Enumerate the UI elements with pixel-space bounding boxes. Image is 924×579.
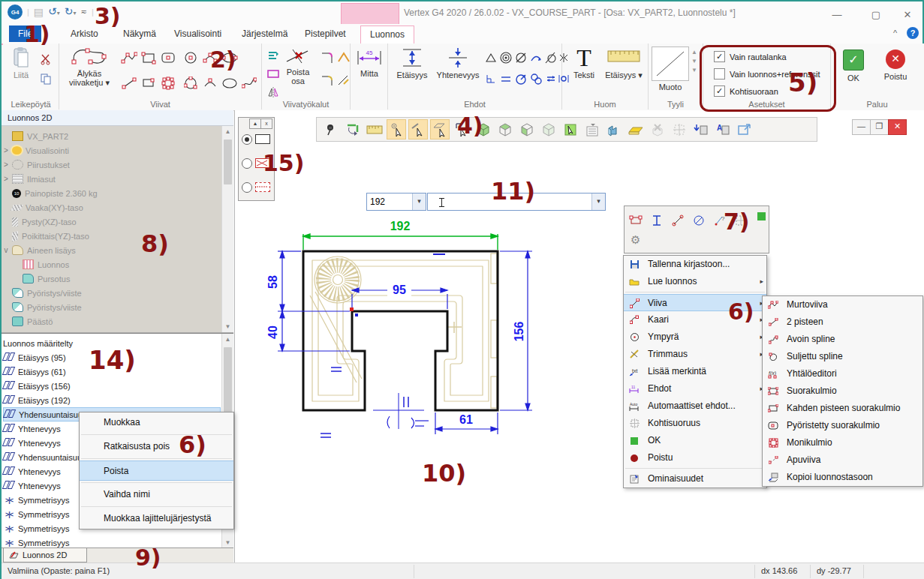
menu-item-muokkaa[interactable]: Muokkaa [80,412,233,433]
menu-item-ominaisuudet[interactable]: Ominaisuudet [624,470,766,488]
equal-distance-constraint-icon[interactable] [544,69,558,88]
distance-tool-icon[interactable] [649,212,665,229]
equal-radius-constraint-icon[interactable] [529,69,543,88]
tree-item[interactable]: Luonnos [38,260,69,269]
angle-constraint-icon[interactable] [484,48,498,68]
list-item[interactable]: Etäisyys (95) [18,353,66,362]
palette-collapse-button[interactable]: ▲ [249,118,261,129]
menu-item-ratkaisusta-pois[interactable]: Ratkaisusta pois [80,436,233,457]
save-button[interactable]: ▤ [34,7,44,17]
wireframe-top-icon[interactable] [495,119,515,140]
submenu-item-suljettu-spline[interactable]: Suljettu spline [763,348,922,365]
snap-center-icon[interactable] [387,119,406,140]
submenu-item-suorakulmio[interactable]: Suorakulmio [763,382,922,400]
exit-button[interactable]: ✕ Poistu [877,50,913,81]
menu-item-poistu[interactable]: Poistu [624,449,766,466]
menu-item-vaihda-nimi[interactable]: Vaihda nimi [80,484,233,505]
pin-icon[interactable] [321,119,341,140]
list-item[interactable]: Yhtenevyys [18,467,61,476]
tree-item[interactable]: VX_PART2 [27,132,68,141]
mdi-minimize-button[interactable]: — [852,119,871,135]
menu-item-trimmaus[interactable]: Trimmaus▸ [624,346,766,363]
smart-polyline-button[interactable]: Älykäs viivaketju ▾ [64,45,115,87]
minimize-button[interactable]: — [826,9,848,20]
menu-item-automaattiset-ehdot[interactable]: AutoAutomaattiset ehdot... [624,398,766,415]
line-icon[interactable] [119,74,139,93]
list-item[interactable]: Yhtenevyys [18,482,61,490]
ellipse-icon[interactable] [220,74,239,93]
rectangle2-icon[interactable] [139,74,158,93]
concentric-constraint-icon[interactable] [499,48,513,68]
part-profile[interactable] [303,251,498,410]
list-item[interactable]: Symmetrisyys [18,496,69,505]
submenu-item-yhtaloeditori[interactable]: f(x)Yhtälöeditori [763,365,922,382]
gear-icon[interactable]: ⚙ [631,233,640,247]
dim-text-58[interactable]: 58 [266,275,279,289]
tree-item[interactable]: Pysty(XZ)-taso [22,218,77,226]
line-tool-icon[interactable] [670,212,686,229]
menu-item-lisaa-merkinta[interactable]: txtLisää merkintä [624,363,766,380]
list-item[interactable]: Etäisyys (192) [18,396,71,405]
grid-icon[interactable] [670,119,689,140]
ok-square-icon[interactable] [757,212,766,220]
rectangle-tool-icon[interactable] [628,212,644,229]
submenu-item-monikulmio[interactable]: Monikulmio [763,434,922,452]
scroll-down-arrow[interactable]: ▼ [222,321,233,332]
delete-solid-icon[interactable] [648,119,667,140]
dim-text-61[interactable]: 61 [459,413,473,426]
export-view-icon[interactable] [735,119,754,140]
app-logo-icon[interactable]: G4 [8,4,23,20]
polyline-icon[interactable] [119,48,139,68]
menu-item-poista[interactable]: Poista [80,460,233,481]
workplane-icon[interactable] [626,119,646,140]
expand-chevron[interactable]: > [2,175,11,183]
list-item[interactable]: Symmetrisyys [18,524,69,533]
list-item[interactable]: Symmetrisyys [18,538,69,548]
list-item[interactable]: Yhtenevyys [18,424,61,434]
insert-below-icon[interactable] [691,119,711,140]
part-view-icon[interactable] [604,119,624,140]
tab-visualisointi[interactable]: Visualisointi [165,26,230,42]
scrollbar-thumb[interactable] [224,140,232,184]
shape-style-button[interactable]: Muoto [652,46,689,92]
menu-item-ehdot[interactable]: 11Ehdot▸ [624,380,766,398]
redo-button[interactable]: ↻▾ [65,6,77,19]
submenu-item-pyoristetty-suorakulmio[interactable]: Pyöristetty suorakulmio [763,417,922,434]
list-item[interactable]: Etäisyys (156) [18,382,71,391]
tree-item[interactable]: Visualisointi [26,146,69,155]
scroll-up-arrow[interactable]: ▲ [222,126,233,137]
tree-item[interactable]: Painopiste 2.360 kg [25,189,98,198]
circle-points-icon[interactable] [181,74,200,93]
dimension-value-input[interactable] [367,194,412,210]
dimension-value-combo[interactable]: ▾ [366,193,426,211]
tree-item[interactable]: Pursotus [38,274,70,284]
copy-icon[interactable] [36,69,56,88]
snap-face-icon[interactable] [430,119,450,140]
angle2-constraint-icon[interactable] [544,48,558,68]
dim-text-156[interactable]: 156 [513,322,525,342]
list-item[interactable]: Yhdensuuntaisuus [18,453,86,462]
tree-item[interactable]: Pyöristys/viiste [27,303,82,312]
magenta-rectangle-icon[interactable] [263,64,283,84]
tab-jarjestelma[interactable]: Järjestelmä [233,26,296,42]
scroll-up-arrow[interactable]: ▲ [222,334,233,345]
parallel-constraint-icon[interactable] [499,69,513,88]
customize-qat-button[interactable]: ≂ [81,7,87,17]
mdi-close-button[interactable]: ✕ [888,119,907,135]
select-solid-icon[interactable] [561,119,580,140]
circle-center-icon[interactable] [181,48,200,68]
wireframe-side-icon[interactable] [517,119,537,140]
tree-item[interactable]: Piirustukset [27,160,70,170]
rounded-rectangle-icon[interactable] [158,48,178,68]
list-item[interactable]: Yhtenevyys [18,439,61,448]
text-note-button[interactable]: T Teksti [568,45,600,80]
coincident-constraint-button[interactable]: Yhtenevyys [435,46,481,80]
tab-luonnos-active[interactable]: Luonnos [360,26,414,44]
tree-item[interactable]: Vaaka(XY)-taso [26,203,83,212]
scroll-down-arrow[interactable]: ▼ [222,537,233,548]
dim-192[interactable] [303,234,498,250]
scrollbar-thumb[interactable] [224,347,232,415]
list-item[interactable]: Symmetrisyys [18,510,69,519]
tab-nakyma[interactable]: Näkymä [114,26,165,42]
tangent-constraint-icon[interactable] [529,48,543,68]
